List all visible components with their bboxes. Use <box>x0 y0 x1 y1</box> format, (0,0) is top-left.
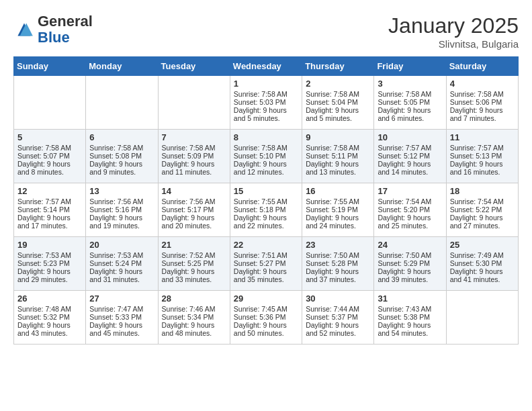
sunrise-info: Sunrise: 7:53 AM <box>89 251 154 259</box>
calendar-cell: 18Sunrise: 7:54 AMSunset: 5:22 PMDayligh… <box>446 183 518 237</box>
day-number: 26 <box>17 293 82 304</box>
calendar-cell: 20Sunrise: 7:53 AMSunset: 5:24 PMDayligh… <box>86 237 158 291</box>
sunrise-info: Sunrise: 7:48 AM <box>17 305 82 313</box>
day-number: 19 <box>17 240 82 250</box>
sunset-info: Sunset: 5:27 PM <box>234 259 298 267</box>
sunset-info: Sunset: 5:33 PM <box>89 313 154 321</box>
daylight-info: Daylight: 9 hours and 25 minutes. <box>378 214 442 230</box>
calendar-cell: 11Sunrise: 7:57 AMSunset: 5:13 PMDayligh… <box>446 130 518 183</box>
sunrise-info: Sunrise: 7:53 AM <box>17 251 82 259</box>
logo: General Blue <box>13 13 93 46</box>
logo-general-text: General <box>38 13 93 30</box>
day-number: 16 <box>306 186 370 196</box>
day-number: 30 <box>306 293 370 304</box>
daylight-info: Daylight: 9 hours and 14 minutes. <box>378 160 442 176</box>
daylight-info: Daylight: 9 hours and 41 minutes. <box>450 267 515 283</box>
calendar-table: SundayMondayTuesdayWednesdayThursdayFrid… <box>13 56 519 345</box>
sunset-info: Sunset: 5:09 PM <box>162 152 226 160</box>
day-number: 15 <box>234 186 298 196</box>
day-number: 10 <box>378 132 442 142</box>
sunrise-info: Sunrise: 7:55 AM <box>234 197 298 205</box>
sunset-info: Sunset: 5:14 PM <box>17 205 82 214</box>
calendar-cell: 22Sunrise: 7:51 AMSunset: 5:27 PMDayligh… <box>230 237 302 291</box>
sunrise-info: Sunrise: 7:52 AM <box>162 251 226 259</box>
sunset-info: Sunset: 5:34 PM <box>162 313 226 321</box>
day-number: 8 <box>234 132 298 142</box>
daylight-info: Daylight: 9 hours and 19 minutes. <box>89 214 154 230</box>
sunrise-info: Sunrise: 7:58 AM <box>306 144 370 152</box>
sunset-info: Sunset: 5:12 PM <box>378 152 442 160</box>
sunset-info: Sunset: 5:29 PM <box>378 259 442 267</box>
daylight-info: Daylight: 9 hours and 24 minutes. <box>306 214 370 230</box>
sunrise-info: Sunrise: 7:56 AM <box>89 197 154 205</box>
calendar-cell: 13Sunrise: 7:56 AMSunset: 5:16 PMDayligh… <box>86 183 158 237</box>
day-of-week-header: Friday <box>374 57 446 76</box>
calendar-subtitle: Slivnitsa, Bulgaria <box>388 38 519 50</box>
daylight-info: Daylight: 9 hours and 11 minutes. <box>162 160 226 176</box>
calendar-cell: 12Sunrise: 7:57 AMSunset: 5:14 PMDayligh… <box>14 183 86 237</box>
logo-blue-text: Blue <box>38 29 70 46</box>
day-of-week-header: Saturday <box>446 57 518 76</box>
calendar-cell <box>14 76 86 130</box>
daylight-info: Daylight: 9 hours and 35 minutes. <box>234 267 298 283</box>
day-number: 12 <box>17 186 82 196</box>
day-number: 18 <box>450 186 515 196</box>
day-number: 14 <box>162 186 226 196</box>
calendar-cell <box>158 76 230 130</box>
day-number: 29 <box>234 293 298 304</box>
sunset-info: Sunset: 5:36 PM <box>234 313 298 321</box>
sunrise-info: Sunrise: 7:57 AM <box>17 197 82 205</box>
calendar-cell: 29Sunrise: 7:45 AMSunset: 5:36 PMDayligh… <box>230 291 302 345</box>
sunrise-info: Sunrise: 7:58 AM <box>162 144 226 152</box>
daylight-info: Daylight: 9 hours and 54 minutes. <box>378 321 442 337</box>
sunrise-info: Sunrise: 7:58 AM <box>378 90 442 98</box>
sunrise-info: Sunrise: 7:55 AM <box>306 197 370 205</box>
daylight-info: Daylight: 9 hours and 13 minutes. <box>306 160 370 176</box>
daylight-info: Daylight: 9 hours and 37 minutes. <box>306 267 370 283</box>
calendar-cell: 21Sunrise: 7:52 AMSunset: 5:25 PMDayligh… <box>158 237 230 291</box>
calendar-cell: 15Sunrise: 7:55 AMSunset: 5:18 PMDayligh… <box>230 183 302 237</box>
sunrise-info: Sunrise: 7:45 AM <box>234 305 298 313</box>
day-of-week-header: Wednesday <box>230 57 302 76</box>
daylight-info: Daylight: 9 hours and 9 minutes. <box>89 160 154 176</box>
sunset-info: Sunset: 5:37 PM <box>306 313 370 321</box>
day-number: 27 <box>89 293 154 304</box>
day-number: 20 <box>89 240 154 250</box>
day-number: 13 <box>89 186 154 196</box>
daylight-info: Daylight: 9 hours and 39 minutes. <box>378 267 442 283</box>
day-of-week-header: Monday <box>86 57 158 76</box>
calendar-cell: 7Sunrise: 7:58 AMSunset: 5:09 PMDaylight… <box>158 130 230 183</box>
sunrise-info: Sunrise: 7:58 AM <box>17 144 82 152</box>
day-number: 23 <box>306 240 370 250</box>
daylight-info: Daylight: 9 hours and 17 minutes. <box>17 214 82 230</box>
daylight-info: Daylight: 9 hours and 8 minutes. <box>17 160 82 176</box>
calendar-cell: 4Sunrise: 7:58 AMSunset: 5:06 PMDaylight… <box>446 76 518 130</box>
sunrise-info: Sunrise: 7:57 AM <box>450 144 515 152</box>
sunrise-info: Sunrise: 7:58 AM <box>306 90 370 98</box>
sunset-info: Sunset: 5:04 PM <box>306 98 370 106</box>
sunset-info: Sunset: 5:28 PM <box>306 259 370 267</box>
sunrise-info: Sunrise: 7:44 AM <box>306 305 370 313</box>
daylight-info: Daylight: 9 hours and 5 minutes. <box>234 106 298 122</box>
daylight-info: Daylight: 9 hours and 12 minutes. <box>234 160 298 176</box>
sunset-info: Sunset: 5:25 PM <box>162 259 226 267</box>
sunset-info: Sunset: 5:05 PM <box>378 98 442 106</box>
calendar-cell: 24Sunrise: 7:50 AMSunset: 5:29 PMDayligh… <box>374 237 446 291</box>
day-number: 5 <box>17 132 82 142</box>
sunrise-info: Sunrise: 7:58 AM <box>450 90 515 98</box>
calendar-cell: 5Sunrise: 7:58 AMSunset: 5:07 PMDaylight… <box>14 130 86 183</box>
sunset-info: Sunset: 5:30 PM <box>450 259 515 267</box>
sunset-info: Sunset: 5:19 PM <box>306 205 370 214</box>
daylight-info: Daylight: 9 hours and 50 minutes. <box>234 321 298 337</box>
sunset-info: Sunset: 5:03 PM <box>234 98 298 106</box>
sunrise-info: Sunrise: 7:49 AM <box>450 251 515 259</box>
day-number: 6 <box>89 132 154 142</box>
calendar-cell: 26Sunrise: 7:48 AMSunset: 5:32 PMDayligh… <box>14 291 86 345</box>
calendar-cell: 16Sunrise: 7:55 AMSunset: 5:19 PMDayligh… <box>302 183 374 237</box>
calendar-cell: 1Sunrise: 7:58 AMSunset: 5:03 PMDaylight… <box>230 76 302 130</box>
daylight-info: Daylight: 9 hours and 22 minutes. <box>234 214 298 230</box>
daylight-info: Daylight: 9 hours and 48 minutes. <box>162 321 226 337</box>
calendar-cell: 3Sunrise: 7:58 AMSunset: 5:05 PMDaylight… <box>374 76 446 130</box>
daylight-info: Daylight: 9 hours and 6 minutes. <box>378 106 442 122</box>
sunrise-info: Sunrise: 7:58 AM <box>89 144 154 152</box>
